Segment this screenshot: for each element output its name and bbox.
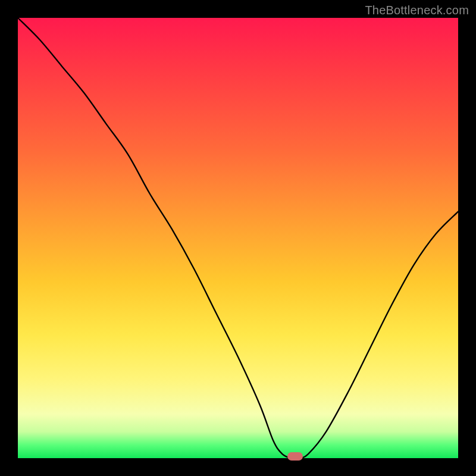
plot-area: [18, 18, 458, 458]
bottleneck-curve: [18, 18, 458, 459]
minimum-marker: [287, 452, 303, 461]
curve-svg: [18, 18, 458, 458]
watermark-text: TheBottleneck.com: [365, 4, 469, 17]
chart-frame: TheBottleneck.com: [0, 0, 476, 476]
